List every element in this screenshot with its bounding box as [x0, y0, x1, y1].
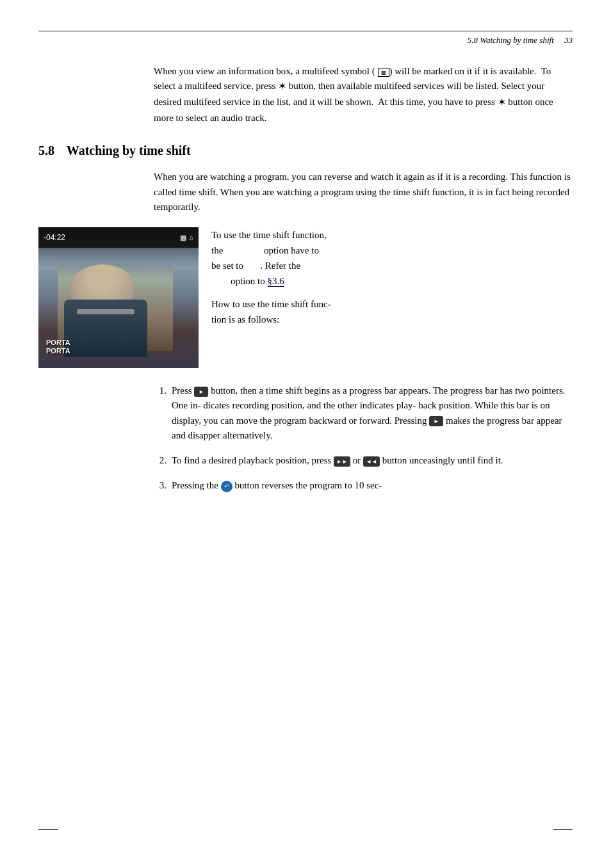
tv-signal-icon: ▩ — [180, 234, 186, 242]
list-content-2: To find a desired playback position, pre… — [172, 453, 573, 468]
header-section: 5.8 Watching by time shift — [468, 35, 554, 45]
multifeed-icon: ▩ — [378, 68, 389, 77]
section-title: Watching by time shift — [67, 143, 191, 157]
star-icon-2: ✶ — [498, 95, 506, 111]
footer-left-mark — [38, 829, 58, 830]
timeshift-section: When you are watching a program, you can… — [38, 170, 573, 493]
tie-area — [77, 309, 134, 314]
section-5-8-heading: 5.8 Watching by time shift — [38, 143, 573, 158]
numbered-list: 1. Press ► button, then a time shift beg… — [154, 383, 573, 494]
multifeed-paragraph: When you view an information box, a mult… — [154, 64, 573, 125]
multifeed-text: When you view an information box, a mult… — [154, 66, 553, 123]
ff-button-icon: ►► — [334, 456, 350, 467]
section-number: 5.8 — [38, 143, 54, 157]
list-content-3: Pressing the ↶ button reverses the progr… — [172, 478, 573, 493]
list-item-1: 1. Press ► button, then a time shift beg… — [154, 383, 573, 443]
tv-screenshot-col: -04:22 ▩ ♫ — [38, 227, 199, 368]
tv-timer: -04:22 — [44, 233, 65, 242]
list-num-1: 1. — [154, 383, 167, 443]
two-col-layout: -04:22 ▩ ♫ — [38, 227, 573, 368]
star-icon-1: ✶ — [278, 79, 286, 95]
ref-link-3-6[interactable]: §3.6 — [268, 276, 284, 287]
main-content: When you view an information box, a mult… — [38, 64, 573, 504]
list-num-3: 3. — [154, 478, 167, 493]
list-item-2: 2. To find a desired playback position, … — [154, 453, 573, 468]
timeshift-intro: When you are watching a program, you can… — [154, 170, 573, 214]
play-button-icon-1: ► — [194, 387, 208, 397]
rew-button-icon: ◄◄ — [363, 456, 380, 467]
page: 5.8 Watching by time shift 33 When you v… — [0, 0, 611, 868]
face-body — [64, 300, 147, 357]
tv-logo-line2: PORTA — [46, 347, 70, 355]
tv-logo: PORTA PORTA — [46, 339, 70, 355]
play-button-icon-2: ► — [429, 416, 443, 426]
list-item-3: 3. Pressing the ↶ button reverses the pr… — [154, 478, 573, 493]
header-page-number: 33 — [564, 35, 573, 45]
side-text-para1: To use the time shift function, the opti… — [211, 227, 573, 289]
tv-logo-line1: PORTA — [46, 339, 70, 347]
list-num-2: 2. — [154, 453, 167, 468]
timeshift-intro-text: When you are watching a program, you can… — [154, 172, 571, 212]
tv-top-bar: -04:22 ▩ ♫ — [38, 227, 199, 248]
timeshift-side-text: To use the time shift function, the opti… — [211, 227, 573, 368]
header-text: 5.8 Watching by time shift 33 — [468, 35, 573, 45]
tv-screenshot: -04:22 ▩ ♫ — [38, 227, 199, 368]
side-text-para2: How to use the time shift func- tion is … — [211, 296, 573, 327]
tv-audio-icon: ♫ — [189, 234, 194, 241]
list-content-1: Press ► button, then a time shift begins… — [172, 383, 573, 443]
tv-icon-area: ▩ ♫ — [180, 234, 194, 242]
page-header: 5.8 Watching by time shift 33 — [38, 31, 573, 45]
reverse-button-icon: ↶ — [221, 481, 232, 492]
footer-right-mark — [553, 829, 573, 830]
